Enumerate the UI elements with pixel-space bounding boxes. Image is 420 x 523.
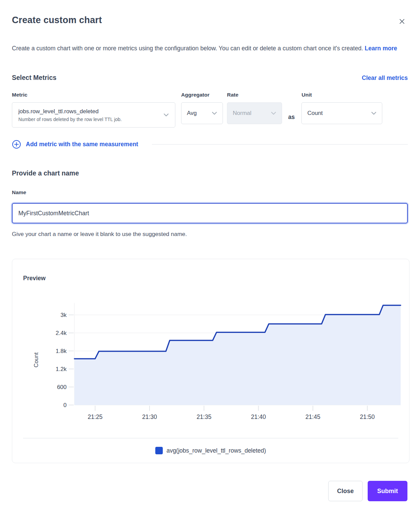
close-button[interactable]: Close bbox=[328, 481, 363, 501]
unit-select[interactable]: Count bbox=[301, 102, 382, 124]
legend-label: avg(jobs_row_level_ttl_rows_deleted) bbox=[167, 447, 266, 454]
svg-text:21:25: 21:25 bbox=[88, 414, 103, 420]
unit-select-value: Count bbox=[307, 110, 322, 117]
rate-label: Rate bbox=[227, 92, 282, 98]
svg-text:3k: 3k bbox=[60, 312, 67, 318]
chevron-down-icon bbox=[163, 112, 169, 118]
close-icon bbox=[398, 21, 406, 26]
rate-select-value: Normal bbox=[233, 110, 251, 117]
rate-field: Rate Normal bbox=[227, 92, 282, 124]
aggregator-select[interactable]: Avg bbox=[181, 102, 223, 124]
name-label: Name bbox=[12, 189, 408, 196]
chevron-down-icon bbox=[371, 110, 377, 116]
create-custom-chart-dialog: Create custom chart Create a custom char… bbox=[0, 0, 420, 515]
svg-text:Count: Count bbox=[33, 352, 39, 367]
svg-text:21:30: 21:30 bbox=[142, 414, 157, 420]
svg-text:21:35: 21:35 bbox=[196, 414, 211, 420]
svg-text:21:45: 21:45 bbox=[305, 414, 320, 420]
description-text: Create a custom chart with one or more m… bbox=[12, 45, 363, 52]
add-metric-button[interactable]: Add metric with the same measurement bbox=[26, 141, 138, 148]
clear-all-metrics-link[interactable]: Clear all metrics bbox=[362, 74, 408, 82]
chart-name-input[interactable] bbox=[12, 203, 408, 223]
aggregator-select-value: Avg bbox=[187, 110, 197, 117]
dialog-footer: Close Submit bbox=[12, 481, 408, 501]
metric-config-row: Metric jobs.row_level_ttl.rows_deleted N… bbox=[12, 92, 408, 128]
select-metrics-header: Select Metrics Clear all metrics bbox=[12, 74, 408, 82]
svg-text:21:40: 21:40 bbox=[251, 414, 266, 420]
page-title: Create custom chart bbox=[12, 15, 102, 26]
rate-select: Normal bbox=[227, 102, 282, 124]
chevron-down-icon bbox=[271, 110, 276, 116]
unit-label: Unit bbox=[301, 92, 382, 98]
plus-circle-icon bbox=[12, 140, 21, 149]
svg-text:0: 0 bbox=[64, 402, 67, 408]
metric-select-value: jobs.row_level_ttl.rows_deleted bbox=[18, 108, 122, 115]
chevron-down-icon bbox=[212, 110, 217, 116]
aggregator-field: Aggregator Avg bbox=[181, 92, 223, 124]
svg-text:2.4k: 2.4k bbox=[56, 330, 67, 336]
preview-card: Preview 06001.2k1.8k2.4k3k21:2521:3021:3… bbox=[12, 259, 409, 463]
unit-field: Unit Count bbox=[301, 92, 382, 124]
submit-button[interactable]: Submit bbox=[368, 481, 407, 501]
metric-select-description: Number of rows deleted by the row level … bbox=[18, 117, 122, 122]
name-helper-text: Give your chart a name or leave it blank… bbox=[12, 231, 408, 238]
preview-chart-svg: 06001.2k1.8k2.4k3k21:2521:3021:3521:4021… bbox=[23, 289, 409, 422]
metric-label: Metric bbox=[12, 92, 175, 98]
svg-text:21:50: 21:50 bbox=[360, 414, 375, 420]
learn-more-link[interactable]: Learn more bbox=[365, 45, 397, 52]
close-button-x[interactable] bbox=[396, 16, 408, 28]
add-metric-row: Add metric with the same measurement bbox=[12, 140, 408, 149]
metric-field: Metric jobs.row_level_ttl.rows_deleted N… bbox=[12, 92, 175, 128]
chart-name-heading: Provide a chart name bbox=[12, 169, 408, 177]
chart-legend: avg(jobs_row_level_ttl_rows_deleted) bbox=[23, 438, 398, 463]
legend-swatch bbox=[155, 447, 163, 454]
svg-text:600: 600 bbox=[57, 384, 67, 390]
preview-heading: Preview bbox=[23, 275, 398, 282]
aggregator-label: Aggregator bbox=[181, 92, 223, 98]
metric-select[interactable]: jobs.row_level_ttl.rows_deleted Number o… bbox=[12, 102, 175, 128]
metric-row-divider bbox=[152, 144, 408, 145]
metric-select-text: jobs.row_level_ttl.rows_deleted Number o… bbox=[18, 108, 122, 122]
svg-text:1.8k: 1.8k bbox=[56, 348, 67, 354]
dialog-header: Create custom chart bbox=[12, 15, 408, 28]
svg-text:1.2k: 1.2k bbox=[56, 366, 67, 372]
as-label: as bbox=[288, 114, 295, 121]
dialog-description: Create a custom chart with one or more m… bbox=[12, 42, 408, 55]
select-metrics-heading: Select Metrics bbox=[12, 74, 56, 82]
